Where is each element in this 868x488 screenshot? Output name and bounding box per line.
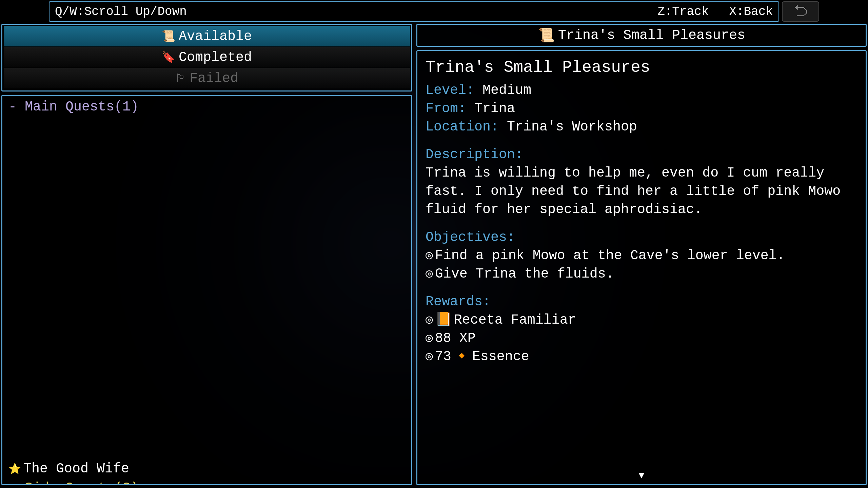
- failed-icon: 🏳: [175, 72, 186, 85]
- scroll-icon: 📜: [538, 27, 555, 44]
- bullet-icon: ◎: [426, 248, 433, 264]
- tab-failed-label: Failed: [190, 71, 238, 86]
- bullet-icon: ◎: [426, 330, 433, 347]
- description-text: Trina is willing to help me, even do I c…: [426, 164, 857, 219]
- reward-item: ◎ 📙 Receta Familiar: [426, 311, 857, 329]
- location-label: Location:: [426, 119, 499, 135]
- tab-failed[interactable]: 🏳 Failed: [4, 68, 410, 88]
- from-label: From:: [426, 101, 466, 116]
- completed-icon: 🔖: [162, 50, 175, 64]
- hint-scroll: Q/W:Scroll Up/Down: [55, 5, 187, 19]
- level-label: Level:: [426, 83, 474, 98]
- quest-detail-header: 📜 Trina's Small Pleasures: [416, 24, 867, 47]
- tab-completed[interactable]: 🔖 Completed: [4, 47, 410, 67]
- quest-item-good-wife[interactable]: ⭐ The Good Wife: [4, 459, 410, 479]
- objectives-label: Objectives:: [426, 228, 857, 247]
- bullet-icon: ◎: [426, 266, 433, 283]
- reward-text: 73: [435, 348, 451, 366]
- quest-title: Trina's Small Pleasures: [426, 57, 857, 79]
- hint-bar-row: Q/W:Scroll Up/Down Z:Track X:Back ⮌: [49, 1, 819, 22]
- rewards-label: Rewards:: [426, 293, 857, 311]
- objective-item: ◎Find a pink Mowo at the Cave's lower le…: [426, 247, 857, 265]
- quest-status-tabs: 📜 Available 🔖 Completed 🏳 Failed: [1, 24, 412, 92]
- bullet-icon: ◎: [426, 349, 433, 365]
- scroll-down-icon: ▼: [639, 469, 645, 482]
- reward-suffix: Essence: [472, 348, 529, 366]
- from-value: Trina: [466, 101, 515, 116]
- tab-available-label: Available: [179, 29, 252, 44]
- quest-detail-header-title: Trina's Small Pleasures: [558, 28, 745, 43]
- tab-completed-label: Completed: [179, 50, 252, 65]
- back-button[interactable]: ⮌: [782, 1, 819, 22]
- level-value: Medium: [474, 83, 531, 98]
- quest-detail-panel[interactable]: Trina's Small Pleasures Level: Medium Fr…: [416, 50, 867, 485]
- description-label: Description:: [426, 146, 857, 164]
- back-arrow-icon: ⮌: [793, 3, 808, 21]
- quest-item-label: The Good Wife: [23, 461, 129, 476]
- tab-available[interactable]: 📜 Available: [4, 26, 410, 46]
- objective-text: Give Trina the fluids.: [435, 265, 614, 283]
- hint-track: Z:Track: [657, 5, 709, 19]
- scroll-icon: 📜: [162, 29, 175, 43]
- essence-icon: 🔸: [453, 348, 470, 366]
- reward-text: 88 XP: [435, 329, 476, 348]
- hint-back: X:Back: [729, 5, 773, 19]
- reward-text: Receta Familiar: [454, 311, 576, 329]
- quest-list[interactable]: - Main Quests(1) ⭐ The Good Wife - Side …: [1, 95, 412, 485]
- reward-item: ◎ 88 XP: [426, 329, 857, 348]
- reward-item: ◎ 73 🔸 Essence: [426, 348, 857, 366]
- location-value: Trina's Workshop: [499, 119, 637, 135]
- bullet-icon: ◎: [426, 312, 433, 329]
- main-quests-header: - Main Quests(1): [4, 97, 410, 459]
- side-quests-header: - Side Quests(2): [4, 479, 410, 485]
- hint-bar: Q/W:Scroll Up/Down Z:Track X:Back: [49, 1, 779, 22]
- star-icon: ⭐: [8, 463, 21, 475]
- objective-item: ◎Give Trina the fluids.: [426, 265, 857, 283]
- objective-text: Find a pink Mowo at the Cave's lower lev…: [435, 247, 785, 265]
- book-icon: 📙: [435, 311, 452, 329]
